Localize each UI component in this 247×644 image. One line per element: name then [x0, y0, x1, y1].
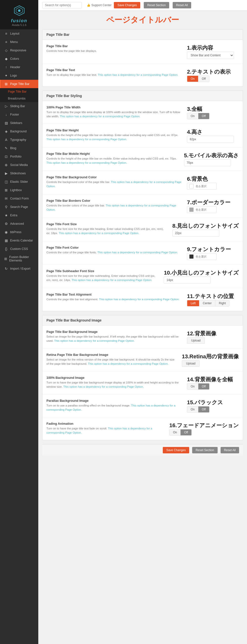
sidebar-item-logo[interactable]: ✦ Logo [0, 71, 38, 80]
height-input[interactable] [187, 136, 234, 143]
bg-image-upload-button[interactable]: Upload [187, 337, 205, 344]
sidebar-item-blog[interactable]: ✎ Blog [0, 144, 38, 152]
sidebar-item-bbpress[interactable]: ◉ bbPress [0, 228, 38, 236]
bg-color-picker[interactable]: 色を選択 [187, 183, 216, 190]
option-right-100-bg-image: 14.背景画像を全幅 On Off [187, 376, 239, 390]
toggle-off-100-bg[interactable]: Off [198, 384, 209, 390]
parallax-toggle-group: On Off [187, 406, 210, 412]
option-left-subheader-font-size: Page Title Subheader Font Size Controls … [46, 269, 164, 282]
sidebar-item-background[interactable]: ◈ Background [0, 127, 38, 136]
advanced-icon: ⚙ [4, 222, 8, 226]
logo-icon: ✦ [4, 74, 8, 78]
toggle-on-button-width[interactable]: On [187, 113, 198, 119]
option-desc-text-toggle: Turn on to display the page title bar te… [46, 73, 182, 77]
sidebar-item-colors[interactable]: ◆ Colors [0, 54, 38, 63]
section-header-page-title-bar: Page Title Bar [42, 30, 243, 40]
sidebar-item-footer[interactable]: ↓ Footer [0, 110, 38, 119]
option-row-border-color: Page Title Bar Borders Color Controls th… [42, 194, 243, 218]
border-color-picker[interactable]: 色を選択 [187, 206, 216, 213]
sidebar-item-extra[interactable]: ★ Extra [0, 211, 38, 220]
sidebar-item-label: Portfolio [10, 155, 22, 158]
toggle-right-button[interactable]: Right [216, 300, 229, 306]
sidebar-item-elastic-slider[interactable]: ◫ Elastic Slider [0, 178, 38, 186]
save-changes-button[interactable]: Save Changes [114, 2, 140, 8]
option-desc-display: Controls how the page title bar displays… [46, 49, 182, 53]
toggle-on-parallax[interactable]: On [187, 406, 198, 412]
section-header-styling: Page Title Bar Styling [42, 91, 243, 101]
toggle-on-100-bg[interactable]: On [187, 384, 198, 390]
toggle-off-button-width[interactable]: Off [198, 113, 209, 119]
option-left-100-width: 100% Page Title Width Turn on to display… [46, 106, 187, 119]
japanese-label-100-bg-image: 14.背景画像を全幅 [187, 376, 233, 383]
toggle-off-fading[interactable]: Off [180, 430, 192, 435]
reset-section-button[interactable]: Reset Section [144, 2, 169, 8]
bottom-save-button[interactable]: Save Changes [163, 447, 189, 453]
sidebar-item-search-page[interactable]: ⚲ Search Page [0, 203, 38, 211]
sidebar-item-lightbox[interactable]: ⊠ Lightbox [0, 186, 38, 194]
sidebar-item-fusion-builder[interactable]: ⊞ Fusion Builder Elements [0, 253, 38, 264]
option-desc-font-size: Controls the font size for the page titl… [46, 227, 168, 236]
sidebar-item-events-calendar[interactable]: ▦ Events Calendar [0, 236, 38, 245]
toggle-on-fading[interactable]: On [170, 430, 180, 435]
sidebar-item-portfolio[interactable]: ⊡ Portfolio [0, 152, 38, 161]
sidebar-item-import-export[interactable]: ↻ Import / Export [0, 264, 38, 273]
responsive-icon: ◇ [4, 48, 8, 52]
sidebar-item-sidebars[interactable]: ▨ Sidebars [0, 119, 38, 127]
option-left-bg-color: Page Title Bar Background Color Controls… [46, 175, 187, 189]
sidebar-item-sliding-bar[interactable]: ▷ Sliding Bar [0, 102, 38, 110]
option-row-bg-image: Page Title Bar Background Image Select a… [42, 326, 243, 348]
search-input[interactable] [42, 2, 82, 8]
sidebar-item-header[interactable]: ↑ Header [0, 63, 38, 71]
sidebar-item-page-title-bar[interactable]: ⊞ Page Title Bar [0, 80, 38, 88]
subheader-font-size-input[interactable] [164, 276, 211, 284]
sidebar-item-custom-css[interactable]: {} Custom CSS [0, 245, 38, 253]
toggle-off-parallax[interactable]: Off [198, 406, 209, 412]
sidebar-item-contact-form[interactable]: ✉ Contact Form [0, 194, 38, 203]
mobile-height-input[interactable] [184, 159, 231, 166]
option-label-parallax: Parallax Background Image [46, 399, 182, 402]
option-desc-100-bg-image: Turn on to have the page title bar backg… [46, 380, 182, 389]
sidebar-item-responsive[interactable]: ◇ Responsive [0, 46, 38, 54]
toggle-center-button[interactable]: Center [199, 300, 216, 306]
sidebar-item-menu[interactable]: ≡ Menu [0, 38, 38, 46]
retina-bg-image-upload-button[interactable]: Upload [182, 360, 200, 367]
sidebar-item-typography[interactable]: A Typography [0, 136, 38, 144]
sidebar-sub-item-page-title-bar[interactable]: Page Title Bar [0, 88, 38, 95]
option-label-retina-bg-image: Retina Page Title Bar Background Image [46, 353, 177, 356]
option-desc-border-color: Controls the border colors of the page t… [46, 204, 182, 212]
option-left-height: Page Title Bar Height Controls to the he… [46, 128, 187, 142]
sidebar-item-label: Page Title Bar [10, 82, 30, 86]
support-center-link[interactable]: 👍 Support Center [87, 4, 112, 7]
option-right-height: 4.高さ [187, 128, 239, 143]
toggle-left-button[interactable]: Left [187, 300, 199, 306]
option-right-bg-image: 12.背景画像 Upload [187, 330, 239, 344]
font-color-picker[interactable]: 色を選択 [187, 253, 216, 260]
sidebar-item-label: Sidebars [10, 121, 22, 125]
option-desc-fading: Turn on to have the page title text fade… [46, 426, 164, 435]
option-label-bg-color: Page Title Bar Background Color [46, 175, 182, 179]
japanese-label-border-color: 7.ボーダーカラー [187, 199, 230, 206]
bottom-reset-section-button[interactable]: Reset Section [192, 447, 218, 453]
sidebar-item-label: Events Calendar [10, 239, 33, 242]
sidebar-item-social-media[interactable]: ⊕ Social Media [0, 161, 38, 169]
sidebar-item-label: Elastic Slider [10, 180, 28, 184]
sidebar-item-label: Menu [10, 40, 18, 44]
option-left-100-bg-image: 100% Background Image Turn on to have th… [46, 376, 187, 389]
blog-icon: ✎ [4, 146, 8, 150]
header-icon: ↑ [4, 65, 8, 69]
option-left-font-color: Page Title Font Color Controls the color… [46, 246, 187, 254]
bottom-reset-all-button[interactable]: Reset All [220, 447, 239, 453]
sidebar-item-advanced[interactable]: ⚙ Advanced [0, 220, 38, 228]
sidebar-item-slideshows[interactable]: ▶ Slideshows [0, 169, 38, 178]
font-color-swatch [189, 254, 194, 259]
font-size-input[interactable] [172, 230, 219, 236]
toggle-on-button[interactable]: On [187, 76, 198, 82]
sidebar-sub-item-breadcrumbs[interactable]: Breadcrumbs [0, 95, 38, 102]
display-select[interactable]: Show Bar and Content Hide Bar Hide Conte… [187, 52, 234, 59]
option-left-font-size: Page Title Font Size Controls the font s… [46, 222, 172, 236]
border-color-swatch [189, 208, 194, 212]
toggle-off-button[interactable]: Off [198, 76, 209, 82]
option-right-parallax: 15.パラックス On Off [187, 399, 239, 412]
sidebar-item-layout[interactable]: ≡ Layout [0, 30, 38, 38]
reset-all-button[interactable]: Reset All [173, 2, 191, 8]
